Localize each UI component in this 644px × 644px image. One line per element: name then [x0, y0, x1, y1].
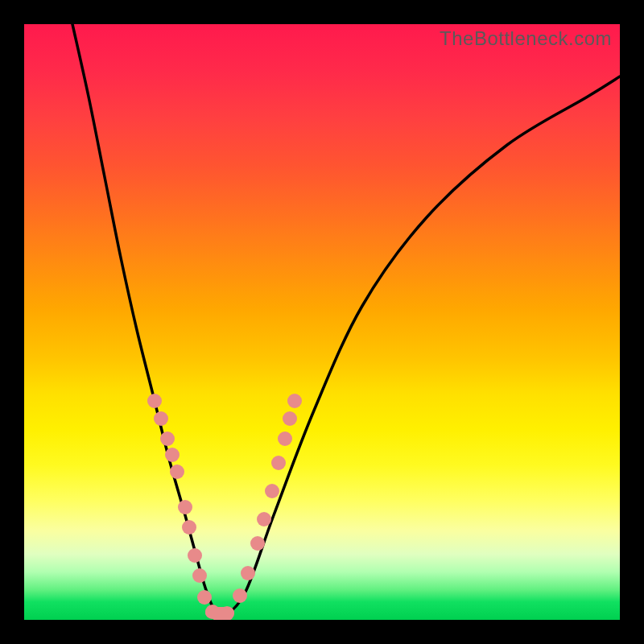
chart-container: TheBottleneck.com [0, 0, 644, 644]
dots-right-branch [241, 566, 255, 580]
dots-right-branch [257, 512, 271, 526]
dots-right-branch [278, 431, 292, 446]
dots-left-branch [165, 448, 180, 462]
dots-left-branch [170, 464, 184, 479]
dots-left-branch [147, 394, 162, 408]
dots-left-branch [154, 411, 168, 426]
dots-left-branch [192, 568, 207, 583]
dots-left-branch [188, 548, 202, 563]
dots-right-branch [250, 536, 265, 551]
dots-left-branch [160, 431, 175, 446]
dots-right-branch [283, 411, 297, 426]
main-curve [72, 24, 620, 617]
dots-left-branch [182, 520, 196, 535]
dots-left-branch [178, 500, 192, 514]
dots-right-branch [233, 588, 247, 603]
dots-left-branch [197, 590, 212, 605]
dots-right-branch [265, 484, 279, 498]
plot-area: TheBottleneck.com [24, 24, 620, 620]
curve-svg [24, 24, 620, 620]
data-markers [147, 394, 302, 620]
dots-right-branch [287, 394, 302, 408]
dots-right-branch [271, 456, 286, 470]
bottom-bar [205, 607, 234, 618]
